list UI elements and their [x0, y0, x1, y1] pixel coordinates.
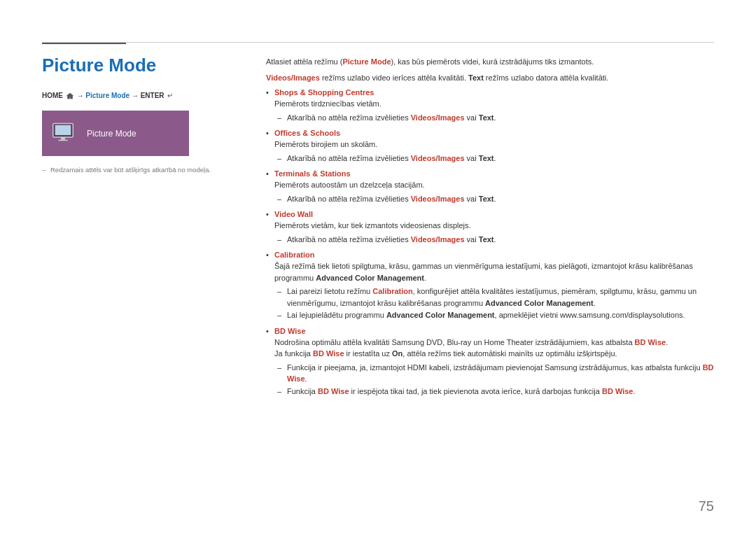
bold-text: Text [479, 195, 494, 203]
intro-line1: Atlasiet attēla režīmu (Picture Mode), k… [266, 56, 714, 68]
sub-item-calibration-1: Lai pareizi lietotu režīmu Calibration, … [277, 286, 714, 309]
section-terminals-body: Piemērots autoostām un dzelzceļa stacijā… [274, 181, 425, 189]
monitor-icon [52, 122, 78, 145]
section-shops: Shops & Shopping Centres Piemērots tirdz… [266, 88, 714, 123]
nav-picture-mode: Picture Mode [85, 92, 130, 99]
svg-rect-3 [58, 140, 68, 141]
section-calibration-sublist: Lai pareizi lietotu režīmu Calibration, … [277, 286, 714, 321]
picture-mode-label: Picture Mode [87, 129, 136, 139]
section-videowall-sublist: Atkarībā no attēla režīma izvēlieties Vi… [277, 234, 714, 246]
section-shops-title: Shops & Shopping Centres [274, 88, 714, 97]
bold-videos-images: Videos/Images [411, 113, 465, 122]
bold-acm2: Advanced Color Management [485, 299, 594, 307]
bold-bdwise4: BD Wise [318, 387, 349, 395]
note-dash: – [42, 166, 46, 174]
svg-rect-1 [55, 125, 71, 135]
sub-item: Atkarībā no attēla režīma izvēlieties Vi… [277, 153, 714, 164]
section-bdwise-body2: Ja funkcija BD Wise ir iestatīta uz On, … [274, 349, 617, 358]
section-terminals-sublist: Atkarībā no attēla režīma izvēlieties Vi… [277, 193, 714, 205]
bold-videos-images: Videos/Images [411, 235, 465, 244]
section-shops-body: Piemērots tirdzniecības vietām. [274, 99, 382, 108]
nav-home: HOME [42, 92, 63, 99]
bold-acm3: Advanced Color Management [386, 311, 495, 319]
enter-icon: ↵ [167, 91, 173, 101]
bold-videos-images: Videos/Images [411, 195, 465, 203]
section-bdwise-body1: Nodrošina optimālu attēla kvalitāti Sams… [274, 338, 668, 346]
bold-bdwise5: BD Wise [602, 387, 634, 395]
sections-list: Shops & Shopping Centres Piemērots tirdz… [266, 88, 714, 397]
intro-videos-images: Videos/Images [266, 73, 320, 82]
section-offices: Offices & Schools Piemērots birojiem un … [266, 129, 714, 164]
svg-rect-2 [61, 137, 65, 140]
sub-item-calibration-2: Lai lejupielādētu programmu Advanced Col… [277, 309, 714, 321]
intro-line2: Videos/Images režīms uzlabo video ierīce… [266, 72, 714, 84]
home-icon [66, 92, 74, 99]
bold-on: On [392, 349, 402, 358]
nav-enter: ENTER [141, 92, 164, 99]
section-offices-title: Offices & Schools [274, 129, 714, 137]
bold-videos-images: Videos/Images [411, 154, 465, 162]
intro-picture-mode-bold: Picture Mode [342, 57, 391, 66]
sub-item: Atkarībā no attēla režīma izvēlieties Vi… [277, 112, 714, 124]
section-offices-body: Piemērots birojiem un skolām. [274, 140, 377, 148]
intro-text-bold: Text [468, 73, 484, 82]
note-text: – Redzamais attēls var būt atšķirīgs atk… [42, 166, 238, 174]
section-shops-sublist: Atkarībā no attēla režīma izvēlieties Vi… [277, 112, 714, 124]
section-videowall-title: Video Wall [274, 210, 714, 218]
left-panel: HOME → Picture Mode → ENTER ↵ Picture Mo… [42, 91, 238, 174]
section-calibration-body: Šajā režīmā tiek lietoti spilgtuma, krās… [274, 262, 693, 282]
bold-bdwise3: BD Wise [287, 363, 714, 384]
section-bdwise-sublist: Funkcija ir pieejama, ja, izmantojot HDM… [277, 362, 714, 398]
section-calibration: Calibration Šajā režīmā tiek lietoti spi… [266, 251, 714, 321]
page-number: 75 [699, 498, 714, 514]
page-title: Picture Mode [42, 55, 156, 76]
section-calibration-title: Calibration [274, 251, 714, 259]
bold-bdwise1: BD Wise [635, 338, 666, 346]
bold-acm: Advanced Color Management [316, 274, 424, 282]
sub-item: Atkarībā no attēla režīma izvēlieties Vi… [277, 234, 714, 246]
sub-item-bdwise-1: Funkcija ir pieejama, ja, izmantojot HDM… [277, 362, 714, 385]
right-panel: Atlasiet attēla režīmu (Picture Mode), k… [266, 56, 714, 402]
note-body: Redzamais attēls var būt atšķirīgs atkar… [50, 166, 211, 174]
top-divider-line [42, 42, 714, 43]
section-videowall-body: Piemērots vietām, kur tiek izmantots vid… [274, 221, 471, 230]
sub-item: Atkarībā no attēla režīma izvēlieties Vi… [277, 193, 714, 205]
nav-path: HOME → Picture Mode → ENTER ↵ [42, 91, 238, 101]
section-offices-sublist: Atkarībā no attēla režīma izvēlieties Vi… [277, 153, 714, 164]
section-videowall: Video Wall Piemērots vietām, kur tiek iz… [266, 210, 714, 245]
section-terminals-title: Terminals & Stations [274, 169, 714, 178]
section-terminals: Terminals & Stations Piemērots autoostām… [266, 169, 714, 204]
bold-bdwise2: BD Wise [313, 349, 344, 358]
sub-item-bdwise-2: Funkcija BD Wise ir iespējota tikai tad,… [277, 386, 714, 398]
section-bdwise: BD Wise Nodrošina optimālu attēla kvalit… [266, 327, 714, 398]
nav-arrow1: → [77, 92, 86, 99]
bold-text: Text [479, 154, 494, 162]
bold-text: Text [479, 113, 494, 122]
bold-calibration: Calibration [372, 287, 412, 295]
section-bdwise-title: BD Wise [274, 327, 714, 335]
picture-mode-box: Picture Mode [42, 111, 189, 156]
bold-text: Text [479, 235, 494, 244]
nav-arrow2: → [132, 92, 141, 99]
